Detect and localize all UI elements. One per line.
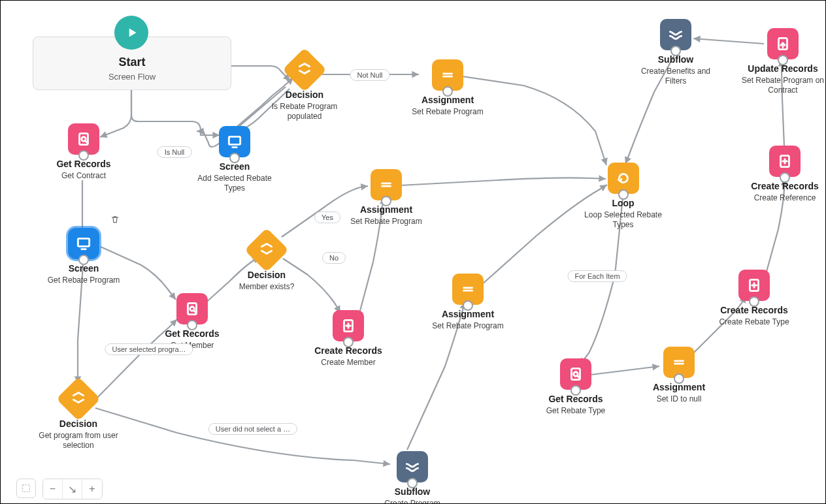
start-subtitle: Screen Flow: [33, 72, 231, 82]
node-sub: Is Rebate Program populated: [262, 102, 347, 121]
node-sub: Member exists?: [231, 282, 303, 292]
svg-line-3: [85, 140, 87, 142]
badge-user-selected: User selected progra…: [105, 343, 193, 355]
node-sub: Loop Selected Rebate Types: [576, 210, 670, 230]
node-sub: Set ID to null: [640, 394, 718, 404]
svg-marker-0: [129, 29, 137, 37]
node-sub: Create Benefits and Filters: [633, 67, 718, 86]
node-sub: Set Rebate Program on Contract: [740, 76, 825, 95]
node-subflow-create-program[interactable]: Subflow Create Program: [373, 451, 452, 504]
node-sub: Set Rebate Program: [422, 321, 514, 331]
connector-dot: [78, 150, 89, 161]
play-icon: [114, 16, 148, 50]
node-sub: Set Rebate Program: [402, 107, 493, 117]
node-subflow-benefits[interactable]: Subflow Create Benefits and Filters: [633, 19, 718, 86]
node-create-rebate-type[interactable]: Create Records Create Rebate Type: [712, 270, 797, 327]
connector-dot: [442, 86, 453, 97]
node-assign-2[interactable]: Assignment Set Rebate Program: [340, 169, 432, 227]
zoom-fit-button[interactable]: ↘: [63, 479, 82, 499]
connector-dot: [343, 337, 354, 347]
node-decision-member[interactable]: Decision Member exists?: [231, 234, 303, 292]
connector-dot: [187, 320, 197, 330]
decision-icon: [282, 48, 327, 92]
node-sub: Create Rebate Type: [712, 317, 797, 327]
node-decision-user-sel[interactable]: Decision Get program from user selection: [36, 383, 121, 450]
badge-yes: Yes: [314, 212, 340, 223]
node-get-rebate-type[interactable]: Get Records Get Rebate Type: [537, 358, 615, 416]
svg-line-22: [577, 375, 579, 377]
connector-dot: [381, 196, 391, 206]
trash-icon[interactable]: [110, 215, 120, 224]
decision-icon: [244, 228, 289, 272]
zoom-in-button[interactable]: +: [82, 479, 102, 499]
start-node[interactable]: [114, 16, 148, 50]
connector-dot: [407, 478, 418, 488]
svg-line-12: [193, 310, 195, 312]
badge-for-each: For Each Item: [567, 270, 627, 282]
node-sub: Create Program: [373, 499, 452, 504]
connector-dot: [618, 189, 629, 200]
node-sub: Get Rebate Program: [41, 276, 126, 285]
badge-user-not-selected: User did not select a …: [208, 423, 297, 435]
svg-rect-8: [78, 238, 89, 246]
zoom-out-button[interactable]: −: [43, 479, 63, 499]
node-sub: Create Reference: [746, 193, 824, 203]
node-title: Decision: [262, 89, 347, 101]
node-screen-add-types[interactable]: Screen Add Selected Rebate Types: [195, 126, 274, 193]
node-assign-1[interactable]: Assignment Set Rebate Program: [402, 59, 493, 117]
flow-canvas[interactable]: Start Screen Flow Get Records Get Contra…: [0, 0, 826, 504]
node-decision-populated[interactable]: Decision Is Rebate Program populated: [262, 54, 347, 121]
node-sub: Set Rebate Program: [340, 217, 432, 227]
node-screen-get-program[interactable]: Screen Get Rebate Program: [41, 228, 126, 285]
node-get-contract[interactable]: Get Records Get Contract: [48, 123, 120, 181]
connector-dot: [670, 46, 681, 56]
node-assign-id-null[interactable]: Assignment Set ID to null: [640, 347, 718, 404]
connector-dot: [674, 373, 684, 384]
connector-dot: [229, 153, 240, 163]
node-loop[interactable]: Loop Loop Selected Rebate Types: [576, 163, 670, 230]
connector-dot: [749, 296, 759, 307]
svg-rect-33: [23, 485, 30, 492]
node-sub: Get Contract: [48, 171, 120, 181]
node-get-member[interactable]: Get Records Get Member: [156, 293, 228, 351]
node-update-records[interactable]: Update Records Set Rebate Program on Con…: [740, 28, 825, 95]
node-sub: Get Rebate Type: [537, 406, 615, 416]
badge-no: No: [322, 252, 346, 264]
connector-dot: [78, 255, 89, 265]
connector-dot: [780, 172, 790, 183]
node-sub: Add Selected Rebate Types: [195, 174, 274, 193]
connector-dot: [778, 55, 788, 65]
badge-not-null: Not Null: [350, 69, 389, 81]
node-title: Decision: [36, 418, 121, 430]
select-tool-button[interactable]: [16, 479, 36, 498]
node-create-reference[interactable]: Create Records Create Reference: [746, 146, 824, 203]
connector-dot: [570, 385, 581, 396]
badge-is-null: Is Null: [157, 146, 192, 158]
node-title: Decision: [231, 270, 303, 281]
node-create-member[interactable]: Create Records Create Member: [309, 310, 388, 368]
node-assign-3[interactable]: Assignment Set Rebate Program: [422, 274, 514, 331]
svg-rect-4: [229, 136, 240, 144]
start-title: Start: [33, 55, 231, 69]
connector-dot: [463, 300, 473, 311]
node-sub: Create Member: [309, 358, 388, 368]
canvas-toolbar: − ↘ +: [16, 479, 103, 499]
node-sub: Get program from user selection: [36, 431, 121, 450]
decision-icon: [56, 377, 101, 421]
zoom-group: − ↘ +: [42, 479, 103, 499]
